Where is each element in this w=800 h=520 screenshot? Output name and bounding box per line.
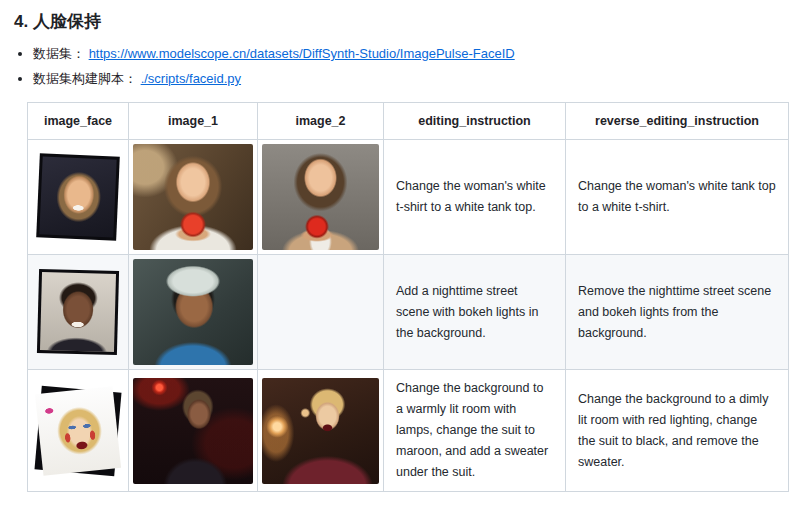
reverse-editing-instruction-cell: Change the background to a dimly lit roo… bbox=[566, 370, 789, 492]
document-page: 4. 人脸保持 数据集： https://www.modelscope.cn/d… bbox=[0, 0, 800, 492]
sample-image-1 bbox=[133, 144, 253, 250]
dataset-link[interactable]: https://www.modelscope.cn/datasets/DiffS… bbox=[89, 46, 515, 61]
header-row: image_face image_1 image_2 editing_instr… bbox=[28, 103, 789, 140]
col-header-image-1: image_1 bbox=[129, 103, 258, 140]
editing-instruction-cell: Change the woman's white t-shirt to a wh… bbox=[384, 140, 566, 255]
dataset-bullet: 数据集： https://www.modelscope.cn/datasets/… bbox=[33, 45, 790, 63]
dataset-label: 数据集： bbox=[33, 46, 85, 61]
sample-image-2 bbox=[262, 378, 379, 484]
bullet-list: 数据集： https://www.modelscope.cn/datasets/… bbox=[14, 45, 790, 88]
sample-image-2 bbox=[262, 144, 379, 250]
editing-instruction-cell: Add a nighttime street scene with bokeh … bbox=[384, 255, 566, 370]
script-link[interactable]: ./scripts/faceid.py bbox=[141, 71, 241, 86]
table-row: Add a nighttime street scene with bokeh … bbox=[28, 255, 789, 370]
col-header-image-2: image_2 bbox=[258, 103, 384, 140]
script-label: 数据集构建脚本： bbox=[33, 71, 137, 86]
face-image bbox=[37, 154, 119, 240]
col-header-editing-instruction: editing_instruction bbox=[384, 103, 566, 140]
face-photo bbox=[40, 272, 116, 352]
col-header-image-face: image_face bbox=[28, 103, 129, 140]
reverse-editing-instruction-cell: Remove the nighttime street scene and bo… bbox=[566, 255, 789, 370]
sample-image-1 bbox=[133, 259, 253, 365]
script-bullet: 数据集构建脚本： ./scripts/faceid.py bbox=[33, 70, 790, 88]
col-header-reverse-editing-instruction: reverse_editing_instruction bbox=[566, 103, 789, 140]
section-heading: 4. 人脸保持 bbox=[14, 10, 790, 33]
editing-instruction-cell: Change the background to a warmly lit ro… bbox=[384, 370, 566, 492]
face-photo bbox=[35, 386, 121, 476]
sample-image-2 bbox=[262, 259, 379, 365]
face-image bbox=[37, 269, 119, 355]
dataset-preview-table: image_face image_1 image_2 editing_instr… bbox=[27, 102, 789, 492]
table-row: Change the woman's white t-shirt to a wh… bbox=[28, 140, 789, 255]
table-row: Change the background to a warmly lit ro… bbox=[28, 370, 789, 492]
reverse-editing-instruction-cell: Change the woman's white tank top to a w… bbox=[566, 140, 789, 255]
sample-image-1 bbox=[133, 378, 253, 484]
face-photo bbox=[39, 156, 116, 237]
face-image bbox=[37, 388, 119, 474]
